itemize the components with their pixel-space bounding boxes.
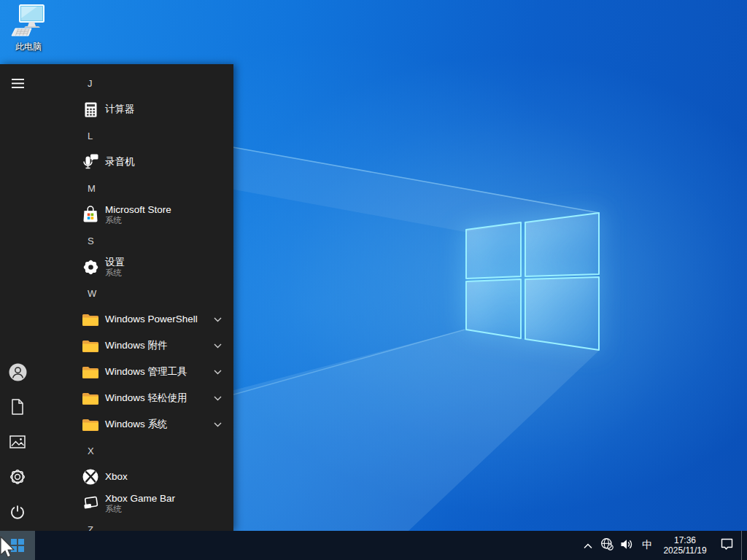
chevron-down-icon[interactable]	[213, 421, 222, 427]
chevron-down-icon[interactable]	[213, 369, 222, 375]
app-subtitle: 系统	[105, 268, 125, 278]
app-label: 设置	[105, 257, 125, 268]
letter-header-m[interactable]: M	[35, 175, 233, 201]
settings-gear-icon	[82, 258, 99, 276]
all-apps-list: J 计算器 L	[35, 64, 233, 531]
chevron-down-icon[interactable]	[213, 316, 222, 322]
notification-bubble-icon	[720, 537, 734, 553]
start-button[interactable]	[0, 531, 35, 560]
letter-header-j[interactable]: J	[35, 70, 233, 96]
system-tray: 中 17:36 2025/11/19	[578, 531, 747, 560]
folder-item-windows-accessories[interactable]: Windows 附件	[35, 332, 233, 359]
taskbar: 中 17:36 2025/11/19	[0, 531, 747, 560]
letter-label: Z	[88, 524, 93, 532]
globe-no-internet-icon	[600, 537, 614, 553]
settings-button[interactable]	[0, 461, 35, 496]
ime-indicator[interactable]: 中	[636, 531, 658, 560]
letter-header-s[interactable]: S	[35, 228, 233, 254]
app-subtitle: 系统	[105, 505, 175, 514]
action-center-button[interactable]	[712, 531, 741, 560]
folder-label: Windows 系统	[105, 419, 168, 430]
letter-label: M	[88, 183, 96, 194]
app-label: Xbox	[105, 471, 128, 483]
ime-label: 中	[642, 539, 652, 552]
tray-overflow-button[interactable]	[578, 531, 597, 560]
folder-item-windows-ease-of-access[interactable]: Windows 轻松使用	[35, 385, 233, 411]
letter-label: J	[88, 78, 93, 89]
gear-icon	[9, 469, 26, 488]
pictures-icon	[9, 435, 26, 451]
app-label: Xbox Game Bar	[105, 493, 175, 505]
speaker-icon	[620, 539, 633, 553]
hamburger-icon	[12, 78, 24, 91]
clock[interactable]: 17:36 2025/11/19	[658, 531, 712, 560]
letter-label: S	[88, 236, 94, 246]
folder-label: Windows 管理工具	[105, 366, 187, 378]
volume-button[interactable]	[616, 531, 636, 560]
folder-icon	[82, 416, 99, 433]
user-account-button[interactable]	[0, 356, 35, 391]
start-menu-rail	[0, 64, 35, 531]
app-item-xbox[interactable]: Xbox	[35, 464, 233, 490]
document-icon	[10, 399, 25, 418]
clock-time: 17:36	[674, 535, 696, 545]
xbox-game-bar-icon	[82, 494, 99, 512]
user-avatar-icon	[9, 363, 27, 384]
folder-item-windows-system[interactable]: Windows 系统	[35, 411, 233, 438]
chevron-up-icon	[583, 539, 593, 552]
microsoft-store-icon	[82, 206, 99, 223]
letter-label: W	[88, 288, 96, 299]
power-icon	[9, 504, 26, 523]
letter-label: X	[88, 446, 94, 456]
expand-menu-button[interactable]	[0, 67, 35, 102]
folder-icon	[82, 311, 99, 328]
calculator-icon	[82, 101, 99, 118]
this-pc-icon	[11, 4, 46, 40]
app-subtitle: 系统	[105, 216, 171, 225]
voice-recorder-icon	[82, 153, 99, 171]
folder-item-windows-admin-tools[interactable]: Windows 管理工具	[35, 359, 233, 385]
pictures-button[interactable]	[0, 426, 35, 461]
app-item-calculator[interactable]: 计算器	[35, 96, 233, 122]
folder-item-windows-powershell[interactable]: Windows PowerShell	[35, 306, 233, 332]
folder-icon	[82, 389, 99, 407]
letter-header-x[interactable]: X	[35, 438, 233, 464]
start-menu: J 计算器 L	[0, 64, 233, 531]
windows-logo-icon	[11, 539, 24, 552]
app-item-microsoft-store[interactable]: Microsoft Store 系统	[35, 201, 233, 228]
app-label: Microsoft Store	[105, 204, 171, 216]
app-label: 录音机	[105, 156, 135, 168]
this-pc-label: 此电脑	[15, 41, 42, 53]
chevron-down-icon[interactable]	[213, 343, 222, 349]
folder-icon	[82, 363, 99, 381]
screen: 此电脑	[0, 0, 747, 560]
folder-icon	[82, 337, 99, 354]
app-item-xbox-game-bar[interactable]: Xbox Game Bar 系统	[35, 490, 233, 516]
xbox-icon	[82, 468, 99, 486]
documents-button[interactable]	[0, 391, 35, 426]
letter-label: L	[88, 131, 93, 141]
network-status-button[interactable]	[597, 531, 616, 560]
app-item-voice-recorder[interactable]: 录音机	[35, 149, 233, 175]
folder-label: Windows 轻松使用	[105, 392, 187, 404]
app-label: 计算器	[105, 104, 135, 115]
desktop-icon-this-pc[interactable]: 此电脑	[6, 4, 51, 53]
chevron-down-icon[interactable]	[213, 395, 222, 401]
letter-header-l[interactable]: L	[35, 122, 233, 149]
folder-label: Windows 附件	[105, 340, 168, 351]
show-desktop-button[interactable]	[741, 531, 746, 560]
letter-header-w[interactable]: W	[35, 280, 233, 306]
folder-label: Windows PowerShell	[105, 314, 198, 325]
app-item-settings[interactable]: 设置 系统	[35, 254, 233, 280]
power-button[interactable]	[0, 496, 35, 531]
clock-date: 2025/11/19	[663, 545, 706, 556]
letter-header-z[interactable]: Z	[35, 516, 233, 531]
